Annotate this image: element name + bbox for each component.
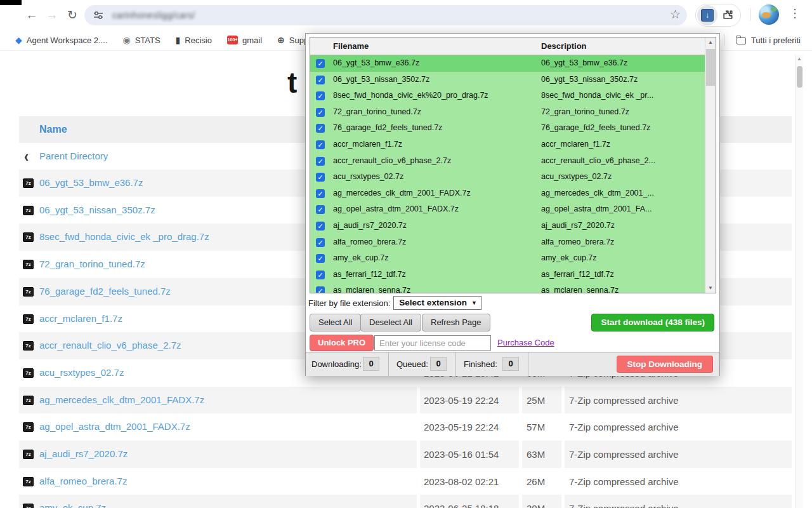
popup-file-row[interactable]: ✓amy_ek_cup.7zamy_ek_cup.7z bbox=[310, 250, 705, 267]
popup-file-row[interactable]: ✓accr_renault_clio_v6_phase_2.7zaccr_ren… bbox=[310, 153, 705, 170]
file-link[interactable]: accr_mclaren_f1.7z bbox=[39, 313, 122, 324]
file-link[interactable]: ag_opel_astra_dtm_2001_FADX.7z bbox=[39, 421, 190, 432]
file-description: 7-Zip compressed archive bbox=[569, 476, 679, 487]
folder-icon bbox=[737, 37, 746, 44]
select-all-button[interactable]: Select All bbox=[310, 314, 361, 331]
filename-column-header[interactable]: Filename bbox=[333, 41, 369, 51]
status-divider bbox=[528, 352, 528, 377]
refresh-icon[interactable]: ↻ bbox=[63, 6, 81, 24]
7z-file-icon: 7z bbox=[23, 341, 34, 351]
file-description: 7-Zip compressed archive bbox=[569, 422, 679, 432]
popup-file-row[interactable]: ✓06_ygt_53_nissan_350z.7z06_ygt_53_nissa… bbox=[310, 72, 705, 88]
browser-toolbar: ← → ↻ carinhonesligg/cars/ ☆ ↓ ⋮ bbox=[0, 0, 812, 30]
scroll-up-arrow-icon[interactable]: ▲ bbox=[797, 56, 802, 62]
agent-workspace-bookmark-icon: ◆ bbox=[15, 36, 22, 44]
file-checkbox[interactable]: ✓ bbox=[316, 157, 325, 166]
description-column-header[interactable]: Description bbox=[541, 41, 587, 51]
forward-icon[interactable]: → bbox=[43, 6, 61, 24]
file-checkbox[interactable]: ✓ bbox=[316, 91, 325, 100]
file-checkbox[interactable]: ✓ bbox=[316, 108, 325, 117]
profile-avatar[interactable] bbox=[759, 4, 779, 25]
popup-description: as_mclaren_senna.7z bbox=[541, 286, 619, 293]
start-download-button[interactable]: Start download (438 files) bbox=[591, 314, 714, 331]
back-icon[interactable]: ← bbox=[23, 6, 41, 24]
file-link[interactable]: alfa_romeo_brera.7z bbox=[39, 476, 127, 486]
stop-downloading-button[interactable]: Stop Downloading bbox=[617, 356, 713, 373]
file-checkbox[interactable]: ✓ bbox=[316, 189, 325, 198]
file-checkbox[interactable]: ✓ bbox=[316, 254, 325, 263]
file-checkbox[interactable]: ✓ bbox=[316, 140, 325, 149]
7z-file-icon: 7z bbox=[23, 422, 34, 432]
address-bar[interactable]: carinhonesligg/cars/ bbox=[84, 5, 687, 25]
popup-table-body: ✓06_ygt_53_bmw_e36.7z06_ygt_53_bmw_e36.7… bbox=[310, 55, 705, 293]
all-bookmarks-button[interactable]: Tutti i preferiti bbox=[737, 36, 801, 45]
popup-file-row[interactable]: ✓76_garage_fd2_feels_tuned.7z76_garage_f… bbox=[310, 120, 705, 137]
file-link[interactable]: 06_ygt_53_nissan_350z.7z bbox=[39, 204, 155, 215]
popup-file-row[interactable]: ✓alfa_romeo_brera.7zalfa_romeo_brera.7z bbox=[310, 234, 705, 251]
file-link[interactable]: 76_garage_fd2_feels_tuned.7z bbox=[39, 286, 171, 297]
file-link[interactable]: amy_ek_cup.7z bbox=[39, 502, 106, 508]
scroll-down-arrow-icon[interactable]: ▼ bbox=[705, 283, 716, 293]
popup-file-row[interactable]: ✓acu_rsxtypes_02.7zacu_rsxtypes_02.7z bbox=[310, 169, 705, 185]
browser-menu-icon[interactable]: ⋮ bbox=[789, 6, 801, 20]
bookmark-label: Agent Workspace 2.... bbox=[27, 36, 108, 45]
popup-description: 76_garage_fd2_feels_tuned.7z bbox=[541, 123, 650, 132]
7z-file-icon: 7z bbox=[23, 450, 34, 459]
file-checkbox[interactable]: ✓ bbox=[316, 59, 325, 68]
bookmark-item-gmail[interactable]: 100+gmail bbox=[227, 36, 262, 45]
file-link[interactable]: ag_mercedes_clk_dtm_2001_FADX.7z bbox=[39, 394, 204, 405]
file-link[interactable]: accr_renault_clio_v6_phase_2.7z bbox=[39, 340, 181, 351]
popup-file-row[interactable]: ✓06_ygt_53_bmw_e36.7z06_ygt_53_bmw_e36.7… bbox=[310, 55, 705, 72]
file-link[interactable]: 06_ygt_53_bmw_e36.7z bbox=[39, 177, 143, 188]
bookmark-item-agent[interactable]: ◆Agent Workspace 2.... bbox=[15, 36, 107, 45]
downloading-count: 0 bbox=[363, 357, 379, 371]
gmail-bookmark-icon: 100+ bbox=[227, 36, 238, 44]
popup-file-row[interactable]: ✓accr_mclaren_f1.7zaccr_mclaren_f1.7z bbox=[310, 137, 705, 153]
popup-file-row[interactable]: ✓as_mclaren_senna.7zas_mclaren_senna.7z bbox=[310, 283, 705, 293]
popup-filename: accr_mclaren_f1.7z bbox=[333, 140, 402, 149]
file-link[interactable]: aj_audi_rs7_2020.7z bbox=[39, 448, 128, 459]
license-row: Unlock PRO Purchase Code bbox=[306, 335, 719, 352]
file-checkbox[interactable]: ✓ bbox=[316, 124, 325, 133]
popup-file-row[interactable]: ✓aj_audi_rs7_2020.7zaj_audi_rs7_2020.7z bbox=[310, 218, 705, 234]
file-link[interactable]: acu_rsxtypes_02.7z bbox=[39, 367, 124, 378]
bookmark-star-icon[interactable]: ☆ bbox=[670, 7, 681, 22]
unlock-pro-button[interactable]: Unlock PRO bbox=[310, 335, 374, 351]
page-scrollbar-thumb[interactable] bbox=[797, 66, 802, 88]
table-row: 7zag_mercedes_clk_dtm_2001_FADX.7z2023-0… bbox=[19, 387, 792, 414]
popup-file-row[interactable]: ✓ag_mercedes_clk_dtm_2001_FADX.7zag_merc… bbox=[310, 185, 705, 202]
bookmark-item-stats[interactable]: ◉STATS bbox=[122, 36, 160, 45]
purchase-code-link[interactable]: Purchase Code bbox=[497, 338, 554, 347]
parent-directory-link[interactable]: Parent Directory bbox=[39, 150, 108, 161]
name-column-header[interactable]: Name bbox=[39, 124, 67, 135]
popup-description: ag_opel_astra_dtm_2001_FA... bbox=[541, 204, 652, 213]
popup-file-row[interactable]: ✓8sec_fwd_honda_civic_ek%20_pro_drag.7z8… bbox=[310, 88, 705, 104]
site-settings-icon[interactable] bbox=[93, 10, 103, 20]
extension-filter-select[interactable]: Select extension ▼ bbox=[393, 296, 481, 310]
page-scrollbar[interactable]: ▲ bbox=[795, 55, 803, 508]
active-extension-button[interactable]: ↓ bbox=[697, 5, 717, 25]
file-checkbox[interactable]: ✓ bbox=[316, 173, 325, 182]
file-checkbox[interactable]: ✓ bbox=[316, 238, 325, 247]
refresh-page-button[interactable]: Refresh Page bbox=[422, 314, 490, 331]
popup-file-row[interactable]: ✓ag_opel_astra_dtm_2001_FADX.7zag_opel_a… bbox=[310, 201, 705, 218]
file-link[interactable]: 72_gran_torino_tuned.7z bbox=[39, 258, 145, 269]
popup-filename: accr_renault_clio_v6_phase_2.7z bbox=[333, 156, 451, 165]
file-link[interactable]: 8sec_fwd_honda_civic_ek _pro_drag.7z bbox=[39, 231, 209, 242]
file-checkbox[interactable]: ✓ bbox=[316, 222, 325, 231]
popup-file-row[interactable]: ✓as_ferrari_f12_tdf.7zas_ferrari_f12_tdf… bbox=[310, 267, 705, 283]
scroll-up-arrow-icon[interactable]: ▲ bbox=[705, 37, 716, 47]
file-checkbox[interactable]: ✓ bbox=[316, 205, 325, 214]
extensions-puzzle-icon[interactable] bbox=[721, 9, 734, 22]
status-divider bbox=[388, 352, 389, 377]
popup-file-row[interactable]: ✓72_gran_torino_tuned.7z72_gran_torino_t… bbox=[310, 104, 705, 121]
file-checkbox[interactable]: ✓ bbox=[316, 76, 325, 84]
bookmark-item-recisio[interactable]: ▮Recisio bbox=[176, 36, 212, 45]
popup-scrollbar-thumb[interactable] bbox=[706, 49, 715, 86]
file-checkbox[interactable]: ✓ bbox=[316, 286, 325, 293]
deselect-all-button[interactable]: Deselect All bbox=[360, 314, 421, 331]
file-checkbox[interactable]: ✓ bbox=[316, 271, 325, 279]
popup-list-scrollbar[interactable]: ▲ ▼ bbox=[705, 37, 716, 293]
license-code-input[interactable] bbox=[374, 335, 491, 351]
popup-description: alfa_romeo_brera.7z bbox=[541, 237, 614, 246]
